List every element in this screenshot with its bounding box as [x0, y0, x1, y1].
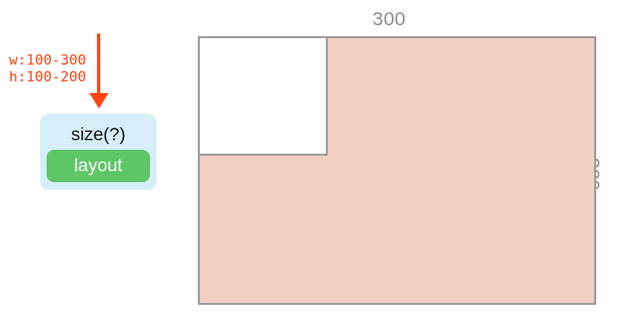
constraints-text: w:100-300 h:100-200 — [9, 52, 86, 86]
arrow-down-icon — [89, 34, 107, 110]
cutout-rect — [200, 38, 328, 156]
container-rect — [198, 36, 596, 305]
dimension-top-label: 300 — [372, 8, 406, 30]
diagram-stage: w:100-300 h:100-200 size(?) layout 300 2… — [0, 0, 644, 332]
constraint-width-line: w:100-300 — [9, 52, 86, 68]
constraint-height-line: h:100-200 — [9, 68, 86, 85]
layout-chip: layout — [47, 150, 150, 182]
size-label: size(?) — [47, 120, 150, 150]
arrow-line — [97, 34, 100, 97]
arrow-head — [89, 93, 109, 109]
size-card: size(?) layout — [40, 114, 156, 190]
